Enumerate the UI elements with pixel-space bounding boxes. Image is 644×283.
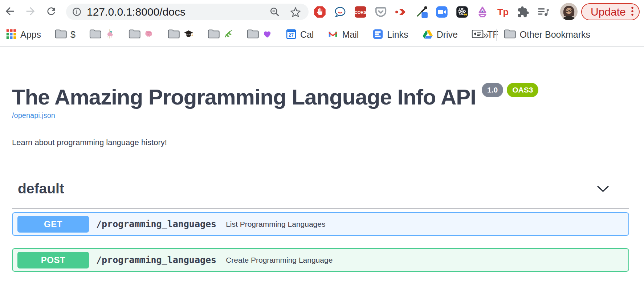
section-title: default <box>12 181 64 197</box>
openapi-spec-link[interactable]: /openapi.json <box>12 111 55 120</box>
graduation-cap-icon <box>183 29 194 41</box>
bookmark-star-icon[interactable] <box>290 6 301 18</box>
endpoint-summary: Create Programming Language <box>226 256 333 264</box>
bookmark-links[interactable]: Links <box>372 29 408 41</box>
media-queue-icon[interactable] <box>537 5 550 19</box>
reload-icon <box>45 5 57 18</box>
api-description: Learn about programming language history… <box>12 138 167 147</box>
bookmark-folder-carousel-horse[interactable] <box>89 29 115 40</box>
kebab-menu-icon[interactable] <box>631 6 634 17</box>
bookmark-drive-label: Drive <box>437 29 458 40</box>
extension-icons: CORS Tp <box>313 4 550 20</box>
bookmarks-bar: Apps $ 27 Cal <box>0 23 644 47</box>
endpoint-summary: List Programming Languages <box>226 220 325 229</box>
bookmark-mail-label: Mail <box>342 29 359 40</box>
folder-icon <box>168 29 180 40</box>
bookmark-apps-label: Apps <box>20 29 41 40</box>
herb-icon <box>223 29 233 40</box>
section-header-default[interactable]: default <box>12 179 629 199</box>
cors-icon[interactable]: CORS <box>354 5 367 19</box>
update-button[interactable]: Update <box>581 3 640 20</box>
other-bookmarks-label: Other Bookmarks <box>519 29 590 40</box>
back-button[interactable] <box>2 4 18 20</box>
url-text[interactable]: 127.0.0.1:8000/docs <box>87 6 186 18</box>
bookmark-apps[interactable]: Apps <box>6 29 41 41</box>
puzzle-extensions-icon[interactable] <box>516 5 530 19</box>
tp-icon[interactable]: Tp <box>496 5 510 19</box>
reload-button[interactable] <box>43 4 59 20</box>
api-title-row: The Amazing Programming Language Info AP… <box>12 86 538 108</box>
forward-button[interactable] <box>23 4 38 20</box>
folder-icon <box>89 29 101 40</box>
links-icon <box>372 29 383 41</box>
oas3-badge: OAS3 <box>507 83 538 97</box>
bookmark-mail[interactable]: Mail <box>327 29 359 41</box>
drive-icon <box>422 29 433 41</box>
folder-icon <box>504 29 516 40</box>
bookmark-folder-graduation-cap[interactable] <box>168 29 194 41</box>
browser-window: 127.0.0.1:8000/docs CORS <box>0 0 644 283</box>
red-arrow-icon[interactable] <box>394 5 408 19</box>
apps-grid-icon <box>6 29 17 41</box>
section-divider <box>12 208 629 209</box>
chat-bubble-icon[interactable] <box>333 5 347 19</box>
cors-icon-text: CORS <box>355 10 367 14</box>
bookmark-folder-dollar[interactable]: $ <box>55 29 76 40</box>
update-button-label: Update <box>591 6 626 18</box>
other-bookmarks-button[interactable]: Other Bookmarks <box>504 29 590 40</box>
calendar-day-text: 27 <box>289 32 294 37</box>
folder-icon <box>208 29 220 40</box>
bookmark-calendar[interactable]: 27 Cal <box>286 29 314 41</box>
tp-icon-text: Tp <box>497 7 509 17</box>
chevron-down-icon[interactable] <box>597 185 609 192</box>
bookmark-folder-herb[interactable] <box>208 29 233 40</box>
video-camera-icon[interactable] <box>435 5 449 19</box>
folder-icon <box>55 29 67 40</box>
hand-blocker-icon[interactable] <box>313 5 327 19</box>
page-title: The Amazing Programming Language Info AP… <box>12 86 476 108</box>
method-badge-get: GET <box>17 216 89 233</box>
bookmarks-overflow-button[interactable]: » <box>483 29 489 41</box>
version-badge: 1.0 <box>482 83 503 97</box>
forward-icon <box>24 5 37 19</box>
pocket-icon[interactable] <box>374 5 388 19</box>
endpoint-path: /programming_languages <box>96 255 216 265</box>
bookmark-drive[interactable]: Drive <box>422 29 458 41</box>
folder-icon <box>129 29 140 40</box>
bookmarks-right-group: » Other Bookmarks <box>483 29 590 41</box>
profile-avatar[interactable] <box>560 3 578 20</box>
purple-heart-icon <box>262 29 272 40</box>
gmail-icon <box>327 29 338 41</box>
method-badge-post: POST <box>17 252 89 268</box>
bookmarks-divider <box>496 29 497 41</box>
info-icon[interactable] <box>72 7 82 17</box>
browser-toolbar: 127.0.0.1:8000/docs CORS <box>0 0 644 23</box>
folder-icon <box>247 29 259 40</box>
bookmark-calendar-label: Cal <box>300 29 314 40</box>
bookmark-links-label: Links <box>387 29 408 40</box>
zoom-out-icon[interactable] <box>269 6 280 17</box>
carousel-horse-icon <box>105 29 115 40</box>
dollar-icon: $ <box>70 29 76 40</box>
back-icon <box>4 5 16 19</box>
bookmark-folder-brain[interactable] <box>129 29 154 40</box>
recycle-icon[interactable] <box>476 5 489 19</box>
address-bar[interactable]: 127.0.0.1:8000/docs <box>66 4 309 20</box>
nav-buttons <box>2 4 59 20</box>
endpoint-row-post-programming-languages[interactable]: POST /programming_languages Create Progr… <box>12 248 629 272</box>
calendar-icon: 27 <box>286 29 297 41</box>
eyedropper-icon[interactable] <box>415 5 428 19</box>
tf-card-icon <box>472 29 484 40</box>
bookmark-folder-purple-heart[interactable] <box>247 29 272 40</box>
endpoint-path: /programming_languages <box>96 219 216 229</box>
brain-icon <box>144 29 154 40</box>
endpoint-row-get-programming-languages[interactable]: GET /programming_languages List Programm… <box>12 212 629 236</box>
react-devtools-icon[interactable] <box>455 5 469 19</box>
api-badges: 1.0 OAS3 <box>482 83 538 97</box>
